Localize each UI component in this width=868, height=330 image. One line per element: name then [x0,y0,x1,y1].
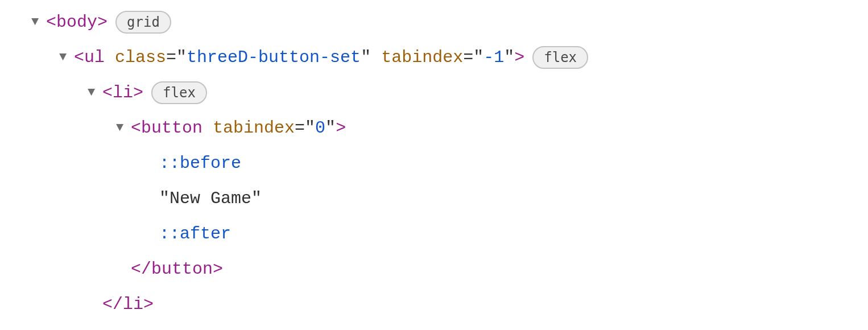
node-label: <button tabindex="0"> [131,114,346,142]
dom-node-row[interactable]: <li>flex [0,75,868,110]
layout-badge[interactable]: flex [532,46,588,69]
node-label: <body> [46,9,108,36]
dom-node-row[interactable]: ::after [0,216,868,251]
layout-badge[interactable]: grid [115,11,171,34]
node-label: <li> [102,79,143,106]
dom-node-row[interactable]: </li> [0,287,868,322]
dom-node-row[interactable]: <body>grid [0,5,868,40]
dom-node-row[interactable]: <button tabindex="0"> [0,110,868,146]
disclosure-triangle-icon[interactable] [116,118,131,138]
dom-node-row[interactable]: ::before [0,146,868,181]
dom-node-row[interactable]: "New Game" [0,181,868,216]
node-label: <ul class="threeD-button-set" tabindex="… [74,44,524,71]
node-label: </li> [102,291,154,318]
dom-node-row[interactable]: <ul class="threeD-button-set" tabindex="… [0,40,868,75]
node-label: "New Game" [159,185,262,212]
node-label: ::before [159,150,241,177]
disclosure-triangle-icon[interactable] [31,12,46,32]
dom-node-row[interactable]: </button> [0,251,868,287]
node-label: </button> [131,255,223,283]
node-label: ::after [159,220,231,248]
disclosure-triangle-icon[interactable] [59,47,74,67]
layout-badge[interactable]: flex [151,81,207,104]
disclosure-triangle-icon[interactable] [88,82,102,102]
dom-tree: <body>grid<ul class="threeD-button-set" … [0,0,868,322]
